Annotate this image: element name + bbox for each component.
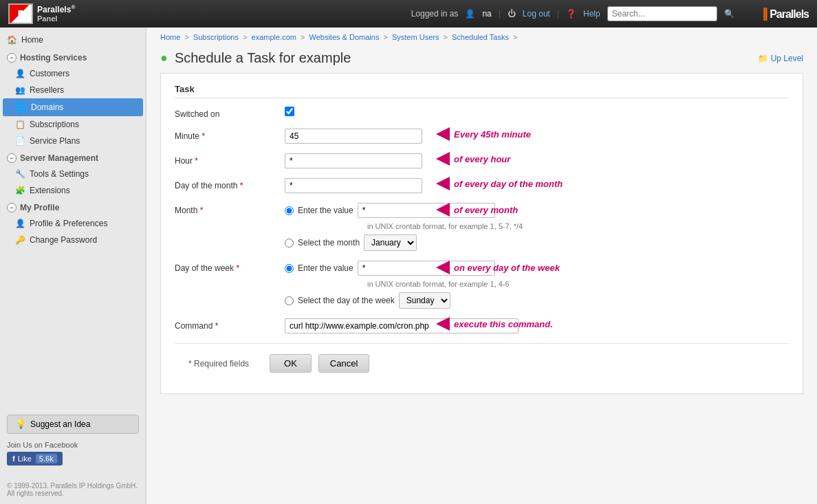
server-management-label: Server Management: [20, 153, 98, 163]
day-week-select-row: Select the day of the week Sunday: [285, 292, 789, 309]
day-week-enter-radio[interactable]: [285, 264, 294, 273]
hour-row: Hour * of every hour: [175, 153, 789, 168]
hosting-services-label: Hosting Services: [20, 53, 87, 63]
month-arrow: [436, 203, 450, 217]
collapse-icon-profile: −: [7, 203, 17, 212]
change-password-label: Change Password: [30, 235, 97, 245]
month-select-row: Select the month January: [285, 234, 789, 251]
sidebar-item-tools[interactable]: 🔧 Tools & Settings: [0, 166, 146, 182]
footer-bar: * Required fields OK Cancel: [188, 354, 775, 373]
command-arrow: [436, 317, 450, 331]
minute-input[interactable]: [285, 129, 422, 144]
sidebar-item-change-password[interactable]: 🔑 Change Password: [0, 232, 146, 248]
up-level-link[interactable]: 📁 Up Level: [758, 54, 803, 63]
logo-icon: ▐▌: [8, 3, 33, 24]
suggest-idea-button[interactable]: 💡 Suggest an Idea: [7, 415, 139, 434]
hour-label: Hour *: [175, 153, 285, 166]
day-month-annotation: of every day of the month: [436, 177, 563, 190]
command-annotation: execute this command.: [436, 317, 553, 331]
tools-label: Tools & Settings: [30, 169, 89, 179]
up-level-label: Up Level: [771, 54, 803, 63]
sep4: >: [383, 33, 387, 41]
minute-required: *: [201, 131, 205, 141]
help-link[interactable]: Help: [583, 9, 600, 19]
month-select-label[interactable]: Select the month: [298, 238, 360, 248]
hour-input[interactable]: [285, 153, 422, 168]
day-week-select-dropdown[interactable]: Sunday: [399, 292, 450, 309]
service-plans-label: Service Plans: [30, 136, 80, 146]
sidebar-section-profile[interactable]: − My Profile: [0, 199, 146, 215]
hour-arrow: [436, 152, 450, 166]
brand-logo: ‖ Parallels: [762, 6, 809, 21]
sidebar-item-subscriptions[interactable]: 📋 Subscriptions: [0, 116, 146, 133]
hour-controls: [285, 153, 789, 168]
minute-annotation-text: Every 45th minute: [454, 129, 531, 140]
resellers-label: Resellers: [30, 85, 64, 95]
switched-on-controls: [285, 107, 789, 118]
profile-prefs-icon: 👤: [15, 219, 25, 228]
subscriptions-icon: 📋: [15, 120, 25, 129]
minute-annotation: Every 45th minute: [436, 127, 531, 141]
logout-link[interactable]: Log out: [523, 9, 550, 19]
customers-label: Customers: [30, 69, 69, 78]
command-label: Command *: [175, 318, 285, 331]
day-month-required: *: [240, 181, 243, 190]
sidebar-item-domains[interactable]: 🌐 Domains: [3, 98, 143, 116]
search-icon[interactable]: 🔍: [724, 9, 734, 19]
day-week-enter-label[interactable]: Enter the value: [298, 263, 353, 273]
sidebar-item-service-plans[interactable]: 📄 Service Plans: [0, 133, 146, 149]
page-title: Schedule a Task for example: [175, 50, 351, 66]
month-enter-radio[interactable]: [285, 206, 294, 215]
fb-icon: f: [12, 454, 15, 463]
breadcrumb-home[interactable]: Home: [160, 33, 180, 41]
sidebar-item-home[interactable]: 🏠 Home: [0, 31, 146, 49]
logged-in-label: Logged in as: [411, 9, 459, 19]
sidebar-item-resellers[interactable]: 👥 Resellers: [0, 82, 146, 98]
day-week-arrow: [436, 261, 450, 274]
form-separator: [175, 343, 789, 344]
resellers-icon: 👥: [15, 85, 25, 95]
search-input[interactable]: [607, 6, 717, 21]
day-month-input[interactable]: [285, 178, 422, 193]
breadcrumb-subscriptions[interactable]: Subscriptions: [193, 33, 239, 41]
sidebar-item-customers[interactable]: 👤 Customers: [0, 65, 146, 82]
change-password-icon: 🔑: [15, 235, 25, 245]
sidebar-bottom: 💡 Suggest an Idea Join Us on Facebook f …: [0, 408, 146, 472]
breadcrumb-example[interactable]: example.com: [252, 33, 296, 41]
suggest-icon: 💡: [16, 419, 26, 429]
month-enter-label[interactable]: Enter the value: [298, 206, 353, 215]
day-week-controls: Enter the value in UNIX crontab format, …: [285, 261, 789, 309]
sep1: >: [184, 33, 188, 41]
switched-on-checkbox[interactable]: [285, 107, 294, 116]
sidebar-section-hosting[interactable]: − Hosting Services: [0, 49, 146, 65]
facebook-like-button[interactable]: f Like 5.6k: [7, 452, 63, 465]
cancel-button[interactable]: Cancel: [318, 354, 369, 373]
sidebar-item-extensions[interactable]: 🧩 Extensions: [0, 182, 146, 199]
sidebar-section-server[interactable]: − Server Management: [0, 149, 146, 166]
ok-button[interactable]: OK: [270, 354, 312, 373]
sep6: >: [513, 33, 517, 41]
breadcrumb-websites[interactable]: Websites & Domains: [309, 33, 380, 41]
month-select-radio[interactable]: [285, 239, 294, 248]
page-title-area: ● Schedule a Task for example: [160, 50, 351, 66]
main-content: Home > Subscriptions > example.com > Web…: [146, 28, 817, 504]
collapse-icon-server: −: [7, 153, 17, 163]
username: na: [482, 9, 491, 19]
help-icon: ❓: [566, 9, 576, 19]
user-icon: 👤: [465, 9, 475, 19]
breadcrumb-system-users[interactable]: System Users: [392, 33, 439, 41]
day-week-select-label[interactable]: Select the day of the week: [298, 296, 395, 305]
month-label: Month *: [175, 203, 285, 215]
service-plans-icon: 📄: [15, 136, 25, 146]
month-select-dropdown[interactable]: January: [364, 234, 417, 251]
breadcrumb-scheduled-tasks[interactable]: Scheduled Tasks: [452, 33, 509, 41]
command-annotation-text: execute this command.: [454, 319, 553, 329]
sidebar-item-profile-prefs[interactable]: 👤 Profile & Preferences: [0, 215, 146, 232]
domains-icon: 🌐: [15, 102, 27, 113]
month-radio-group: Enter the value in UNIX crontab format, …: [285, 203, 789, 251]
page-status-icon: ●: [160, 51, 168, 65]
sep3: >: [301, 33, 305, 41]
breadcrumb: Home > Subscriptions > example.com > Web…: [146, 28, 817, 47]
day-week-select-radio[interactable]: [285, 296, 294, 305]
like-count: 5.6k: [36, 454, 57, 463]
